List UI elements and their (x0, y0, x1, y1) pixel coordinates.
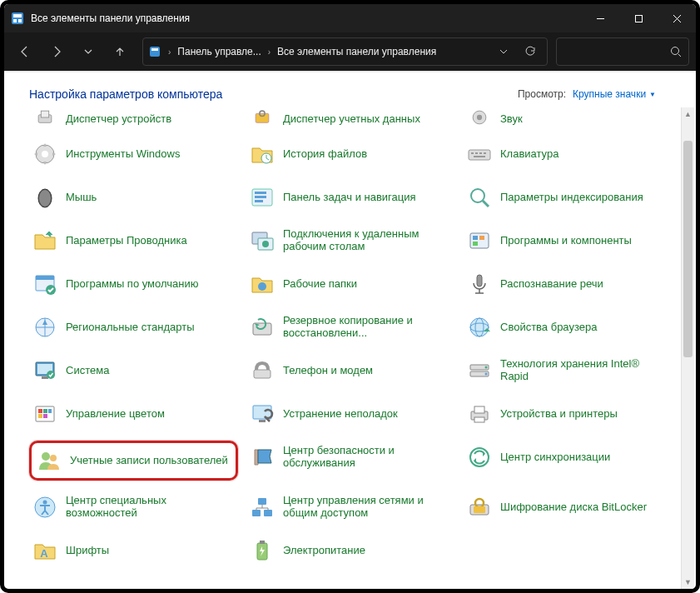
recent-dropdown[interactable] (74, 37, 102, 66)
item-ease-of-access[interactable]: Центр специальных возможностей (29, 491, 238, 524)
item-color-management[interactable]: Управление цветом (29, 397, 238, 431)
item-phone-modem[interactable]: Телефон и модем (246, 354, 455, 387)
item-programs-features[interactable]: Программы и компоненты (464, 224, 673, 257)
default-programs-icon (32, 272, 57, 296)
item-file-history[interactable]: История файлов (246, 137, 455, 171)
view-dropdown[interactable]: Крупные значки ▼ (573, 88, 656, 100)
item-label: Подключения к удаленным рабочим столам (283, 228, 452, 253)
item-backup-restore[interactable]: Резервное копирование и восстановлени... (246, 311, 455, 344)
item-label: Система (66, 365, 109, 377)
breadcrumb-segment-2[interactable]: Все элементы панели управления (277, 46, 436, 57)
backup-restore-icon (250, 315, 275, 340)
credential-manager-icon (250, 109, 275, 126)
item-security-maintenance[interactable]: Центр безопасности и обслуживания (246, 441, 455, 474)
chevron-down-icon: ▼ (649, 91, 656, 98)
breadcrumb-icon (148, 45, 161, 58)
item-label: Учетные записи пользователей (70, 455, 228, 467)
item-label: Распознавание речи (500, 278, 603, 291)
item-label: Программы и компоненты (500, 235, 632, 247)
item-devices-printers[interactable]: Устройства и принтеры (464, 397, 673, 431)
item-label: Клавиатура (500, 148, 559, 161)
svg-rect-73 (474, 406, 484, 413)
item-indexing[interactable]: Параметры индексирования (464, 181, 673, 214)
phone-modem-icon (250, 358, 275, 383)
item-label: Панель задач и навигация (283, 192, 416, 204)
item-power-options[interactable]: Электропитание (246, 534, 455, 567)
svg-rect-81 (264, 510, 272, 516)
item-remote-desktop[interactable]: Подключения к удаленным рабочим столам (246, 224, 455, 257)
item-credential-manager[interactable]: Диспетчер учетных данных (246, 107, 455, 127)
devices-printers-icon (467, 401, 492, 426)
breadcrumb-dropdown[interactable] (492, 47, 515, 57)
svg-rect-41 (473, 242, 478, 246)
minimize-button[interactable] (581, 4, 619, 32)
svg-rect-67 (48, 409, 52, 413)
item-user-accounts[interactable]: Учетные записи пользователей (29, 441, 238, 481)
svg-point-17 (477, 115, 482, 120)
svg-rect-26 (474, 156, 485, 157)
svg-rect-70 (253, 406, 271, 419)
item-default-programs[interactable]: Программы по умолчанию (29, 267, 238, 301)
item-keyboard[interactable]: Клавиатура (464, 137, 673, 171)
up-button[interactable] (106, 37, 134, 66)
item-label: Телефон и модем (283, 365, 373, 377)
item-fonts[interactable]: A Шрифты (29, 534, 238, 567)
keyboard-icon (467, 142, 492, 167)
svg-rect-32 (255, 200, 263, 202)
item-sound[interactable]: Звук (464, 107, 673, 127)
content-header: Настройка параметров компьютера Просмотр… (4, 72, 696, 107)
item-mouse[interactable]: Мышь (29, 181, 238, 214)
bitlocker-icon (467, 495, 492, 520)
item-device-manager[interactable]: Диспетчер устройств (29, 107, 238, 127)
speech-recognition-icon (467, 272, 492, 296)
work-folders-icon (250, 272, 275, 296)
scrollbar-thumb[interactable] (683, 141, 693, 357)
back-button[interactable] (11, 37, 39, 66)
mouse-icon (32, 185, 57, 210)
item-internet-options[interactable]: Свойства браузера (464, 311, 673, 344)
scrollbar[interactable]: ▲ ▼ (681, 107, 694, 589)
view-label: Просмотр: (518, 88, 566, 100)
svg-point-63 (485, 373, 488, 376)
svg-point-75 (42, 452, 50, 461)
window-title: Все элементы панели управления (31, 12, 581, 24)
item-label: Шифрование диска BitLocker (500, 501, 647, 514)
item-speech-recognition[interactable]: Распознавание речи (464, 267, 673, 301)
item-label: Технология хранения Intel® Rapid (500, 358, 669, 383)
scroll-down-icon[interactable]: ▼ (682, 576, 694, 589)
chevron-right-icon: › (165, 47, 174, 57)
programs-features-icon (467, 228, 492, 253)
item-network-sharing[interactable]: Центр управления сетями и общим доступом (246, 491, 455, 524)
scroll-up-icon[interactable]: ▲ (682, 107, 694, 121)
search-input[interactable] (556, 37, 689, 66)
item-system[interactable]: Система (29, 354, 238, 387)
region-icon (32, 315, 57, 340)
internet-options-icon (467, 315, 492, 340)
svg-rect-25 (484, 152, 486, 154)
item-label: Параметры индексирования (500, 192, 643, 204)
maximize-button[interactable] (619, 4, 658, 32)
svg-point-76 (50, 455, 57, 461)
item-label: История файлов (283, 148, 367, 161)
breadcrumb-segment-1[interactable]: Панель управле... (177, 46, 261, 57)
item-windows-tools[interactable]: Инструменты Windows (29, 137, 238, 171)
item-taskbar[interactable]: Панель задач и навигация (246, 181, 455, 214)
item-region[interactable]: Региональные стандарты (29, 311, 238, 344)
item-troubleshooting[interactable]: Устранение неполадок (246, 397, 455, 431)
item-explorer-options[interactable]: Параметры Проводника (29, 224, 238, 257)
item-bitlocker[interactable]: Шифрование диска BitLocker (464, 491, 673, 524)
close-button[interactable] (658, 4, 696, 32)
item-work-folders[interactable]: Рабочие папки (246, 267, 455, 301)
item-label: Шрифты (66, 545, 109, 557)
item-sync-center[interactable]: Центр синхронизации (464, 441, 673, 474)
refresh-button[interactable] (519, 46, 542, 57)
item-label: Региональные стандарты (66, 321, 194, 334)
svg-rect-39 (473, 236, 478, 240)
svg-line-11 (678, 54, 681, 57)
svg-rect-1 (13, 14, 22, 17)
breadcrumb[interactable]: › Панель управле... › Все элементы панел… (142, 37, 548, 66)
item-intel-rapid[interactable]: Технология хранения Intel® Rapid (464, 354, 673, 387)
forward-button[interactable] (42, 37, 71, 66)
svg-rect-71 (259, 420, 266, 422)
item-label: Устранение неполадок (283, 408, 398, 421)
